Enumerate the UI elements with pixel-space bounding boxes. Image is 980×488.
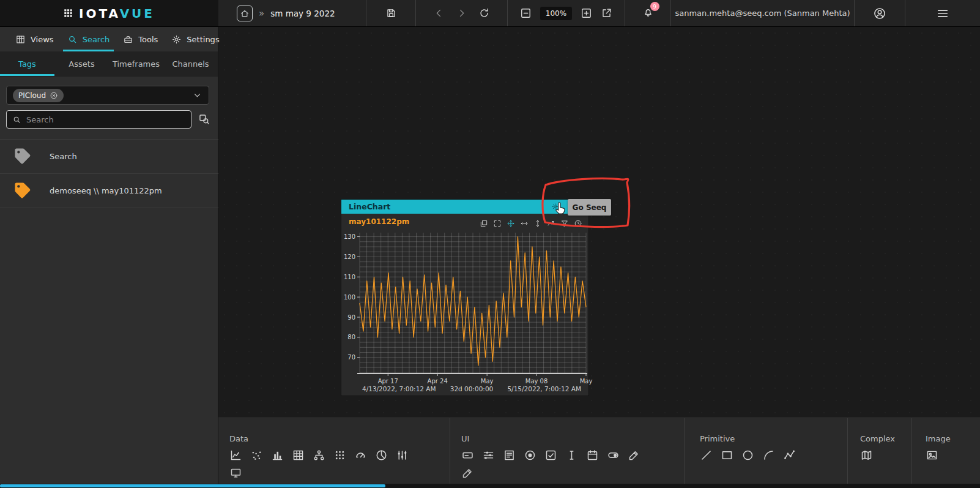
checkbox-icon[interactable] [544, 449, 557, 462]
nav-item-settings[interactable]: Settings [165, 27, 226, 51]
breadcrumb-separator: » [259, 8, 264, 19]
calendar-icon[interactable] [586, 449, 599, 462]
pivot-table-icon[interactable] [292, 449, 305, 462]
image-icon[interactable] [926, 449, 938, 462]
datasource-dropdown[interactable]: PICloud [6, 86, 209, 105]
slider-levels-icon[interactable] [482, 449, 495, 462]
range-end: 5/15/2022, 7:00:12 AM [507, 385, 581, 392]
nav-item-views[interactable]: Views [9, 27, 61, 51]
text-cursor-icon[interactable] [565, 449, 578, 462]
edit-pen-icon[interactable] [628, 449, 640, 462]
result-item[interactable]: Search [0, 140, 218, 173]
zoom-in-icon[interactable] [581, 7, 592, 19]
tab-tags[interactable]: Tags [0, 51, 54, 76]
move-icon[interactable] [507, 219, 515, 228]
widget-settings-icon[interactable] [551, 203, 559, 211]
sidebar: Views Search Tools Settings Tags Assets … [0, 27, 218, 488]
toolbox-section-title: Primitive [700, 434, 847, 443]
nav-item-search[interactable]: Search [61, 27, 117, 51]
result-label: demoseeq \\ may101122pm [50, 186, 162, 195]
history-icon[interactable] [574, 219, 582, 228]
linechart-widget[interactable]: LineChart may101122pm Apr 17Apr 24MayMay… [341, 200, 588, 396]
area-chart-icon[interactable] [229, 449, 242, 462]
line-icon[interactable] [700, 449, 713, 462]
toolbox-section-complex: Complex [847, 418, 911, 488]
chevron-down-icon [192, 90, 202, 100]
hamburger-menu-icon[interactable] [936, 7, 949, 20]
svg-text:May: May [580, 378, 593, 385]
home-button[interactable] [237, 6, 253, 21]
account-icon[interactable] [873, 7, 886, 20]
arc-icon[interactable] [762, 449, 775, 462]
v-arrows-icon[interactable] [533, 219, 542, 228]
svg-text:90: 90 [347, 314, 355, 321]
scrollbar-thumb[interactable] [0, 484, 385, 487]
paragraph-icon[interactable] [503, 449, 516, 462]
bar-chart-icon[interactable] [271, 449, 284, 462]
design-canvas[interactable] [218, 27, 980, 418]
tab-timeframes[interactable]: Timeframes [109, 51, 163, 76]
sidebar-tabs: Tags Assets Timeframes Channels [0, 51, 218, 77]
popout-icon[interactable] [480, 219, 488, 228]
input-box-icon[interactable] [461, 449, 474, 462]
account-group [855, 0, 905, 26]
remove-source-icon[interactable] [50, 91, 58, 100]
widget-header[interactable]: LineChart [341, 200, 588, 214]
svg-text:130: 130 [344, 233, 355, 240]
heatmap-icon[interactable] [333, 449, 346, 462]
polyline-icon[interactable] [783, 449, 796, 462]
divider [0, 208, 218, 208]
app-root: IOTAVUE » sm may 9 2022 100% 9 [0, 0, 980, 488]
radio-button-icon[interactable] [524, 449, 536, 462]
sidebar-nav: Views Search Tools Settings [0, 27, 218, 51]
advanced-search-icon[interactable] [198, 113, 210, 126]
rectangle-icon[interactable] [721, 449, 733, 462]
equalizer-icon[interactable] [396, 449, 409, 462]
ellipse-icon[interactable] [741, 449, 754, 462]
back-icon[interactable] [433, 7, 445, 19]
zoom-out-icon[interactable] [520, 7, 532, 19]
map-icon[interactable] [860, 449, 873, 462]
logo-grid-icon [64, 9, 73, 18]
pie-chart-icon[interactable] [375, 449, 388, 462]
screen-icon[interactable] [229, 467, 242, 479]
nav-label: Search [83, 35, 110, 44]
breadcrumb: sm may 9 2022 [270, 9, 335, 18]
tab-assets[interactable]: Assets [54, 51, 109, 76]
zoom-group: 100% [508, 0, 625, 26]
topbar: IOTAVUE » sm may 9 2022 100% 9 [0, 0, 980, 27]
scatter-plot-icon[interactable] [250, 449, 263, 462]
source-chip[interactable]: PICloud [13, 89, 64, 102]
tab-label: Tags [18, 59, 36, 69]
menu-group [905, 0, 980, 26]
edit-pen-icon[interactable] [461, 467, 474, 479]
toolbox-section-primitive: Primitive [684, 418, 847, 488]
open-external-icon[interactable] [601, 7, 612, 19]
nav-item-tools[interactable]: Tools [116, 27, 165, 51]
hierarchy-icon[interactable] [313, 449, 325, 462]
toggle-icon[interactable] [607, 449, 620, 462]
nav-label: Settings [187, 35, 219, 44]
result-item[interactable]: demoseeq \\ may101122pm [0, 174, 218, 207]
trend-icon[interactable] [547, 219, 555, 228]
save-icon[interactable] [385, 7, 397, 19]
refresh-icon[interactable] [478, 7, 490, 19]
funnel-icon[interactable] [560, 219, 569, 228]
fullscreen-icon[interactable] [493, 219, 502, 228]
svg-text:70: 70 [347, 354, 355, 361]
gauge-icon[interactable] [354, 449, 367, 462]
notifications-button[interactable]: 9 [642, 6, 654, 20]
line-chart[interactable]: Apr 17Apr 24MayMay 08May1301201101009080… [344, 229, 595, 389]
svg-text:Apr 17: Apr 17 [378, 378, 398, 385]
svg-text:120: 120 [344, 253, 355, 260]
toolbox-section-image: Image [911, 418, 980, 488]
toolbox-section-title: Complex [860, 434, 911, 443]
search-input[interactable] [26, 115, 185, 124]
logo-text: IOTAVUE [79, 6, 155, 21]
tab-channels[interactable]: Channels [163, 51, 218, 76]
h-arrows-icon[interactable] [520, 219, 529, 228]
app-logo: IOTAVUE [0, 0, 218, 26]
forward-icon[interactable] [456, 7, 467, 19]
go-seeq-button[interactable]: Go Seeq [568, 199, 611, 216]
search-field[interactable] [6, 110, 191, 129]
